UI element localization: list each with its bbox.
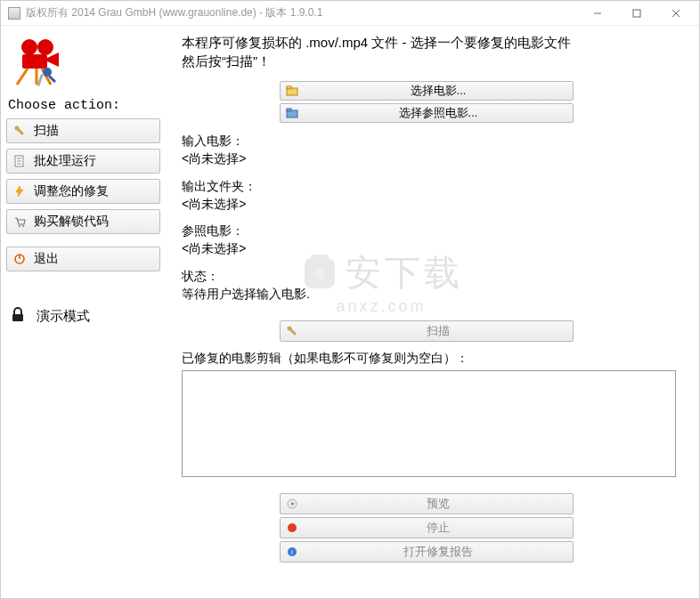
demo-mode-row: 演示模式	[6, 307, 160, 326]
open-report-button[interactable]: i 打开修复报告	[280, 541, 574, 563]
exit-button[interactable]: 退出	[6, 247, 160, 271]
main-panel: 本程序可修复损坏的 .mov/.mp4 文件 - 选择一个要修复的电影文件 然后…	[166, 26, 699, 599]
fixed-clips-list[interactable]	[182, 370, 676, 477]
sidebar: Choose action: 扫描 批处理运行 调整您的修复 购买解锁代码 退出…	[1, 26, 166, 599]
stop-button[interactable]: 停止	[280, 517, 574, 538]
svg-point-19	[22, 225, 24, 227]
close-button[interactable]	[656, 1, 696, 26]
title-bar: 版权所有 2014 Grau GmbH (www.grauonline.de) …	[1, 1, 699, 26]
side-button-label: 扫描	[34, 123, 59, 139]
choose-ref-button[interactable]: 选择参照电影...	[280, 103, 574, 123]
input-movie-value: <尚未选择>	[182, 150, 683, 167]
side-button-label: 批处理运行	[34, 153, 96, 169]
choose-ref-label: 选择参照电影...	[304, 105, 573, 121]
lock-icon	[10, 307, 29, 326]
demo-mode-label: 演示模式	[37, 308, 90, 325]
cart-icon	[12, 215, 27, 228]
state-label: 状态：	[182, 267, 683, 285]
state-value: 等待用户选择输入电影.	[182, 285, 683, 303]
intro-text: 本程序可修复损坏的 .mov/.mp4 文件 - 选择一个要修复的电影文件 然后…	[182, 33, 683, 70]
minimize-button[interactable]	[578, 1, 617, 26]
batch-button[interactable]: 批处理运行	[6, 149, 160, 174]
choose-movie-button[interactable]: 选择电影...	[280, 81, 574, 101]
output-folder-value: <尚未选择>	[182, 195, 683, 213]
app-icon	[8, 7, 20, 20]
svg-rect-26	[287, 109, 291, 111]
svg-point-18	[19, 225, 20, 227]
side-button-label: 购买解锁代码	[34, 214, 109, 230]
preview-button[interactable]: 预览	[280, 493, 574, 514]
side-button-label: 调整您的修复	[34, 183, 109, 199]
choose-action-label: Choose action:	[8, 98, 160, 113]
svg-rect-22	[12, 314, 23, 321]
scan-button[interactable]: 扫描	[6, 118, 160, 143]
svg-rect-6	[22, 54, 47, 69]
ref-movie-value: <尚未选择>	[182, 239, 683, 257]
info-icon: i	[281, 546, 304, 557]
fixed-clips-label: 已修复的电影剪辑（如果电影不可修复则为空白）：	[182, 351, 683, 367]
folder-ref-icon	[281, 108, 304, 118]
window-title: 版权所有 2014 Grau GmbH (www.grauonline.de) …	[26, 5, 578, 20]
document-icon	[12, 155, 27, 167]
svg-point-5	[37, 39, 53, 55]
power-icon	[12, 253, 27, 265]
ref-movie-label: 参照电影：	[182, 222, 683, 239]
play-icon	[281, 498, 304, 509]
main-scan-label: 扫描	[304, 323, 573, 339]
tune-button[interactable]: 调整您的修复	[6, 179, 160, 204]
wrench-icon	[281, 325, 304, 337]
svg-text:i: i	[291, 548, 293, 556]
buy-button[interactable]: 购买解锁代码	[6, 209, 160, 234]
side-button-label: 退出	[34, 251, 59, 267]
wrench-icon	[12, 125, 27, 137]
svg-point-27	[288, 327, 292, 331]
app-logo	[10, 33, 160, 89]
svg-point-10	[43, 68, 52, 77]
svg-rect-24	[287, 86, 291, 89]
stop-icon	[281, 522, 304, 533]
svg-line-7	[17, 69, 28, 85]
svg-point-4	[21, 39, 37, 55]
output-folder-label: 输出文件夹：	[182, 177, 683, 195]
preview-label: 预览	[304, 496, 573, 512]
stop-label: 停止	[304, 520, 573, 536]
open-report-label: 打开修复报告	[304, 544, 573, 560]
choose-movie-label: 选择电影...	[304, 83, 573, 99]
maximize-button[interactable]	[617, 1, 656, 26]
svg-point-13	[15, 126, 20, 131]
svg-rect-1	[633, 10, 640, 17]
bolt-icon	[12, 185, 27, 198]
main-scan-button[interactable]: 扫描	[280, 320, 574, 342]
folder-movie-icon	[281, 85, 304, 96]
svg-point-29	[288, 523, 297, 532]
input-movie-label: 输入电影：	[182, 132, 683, 150]
